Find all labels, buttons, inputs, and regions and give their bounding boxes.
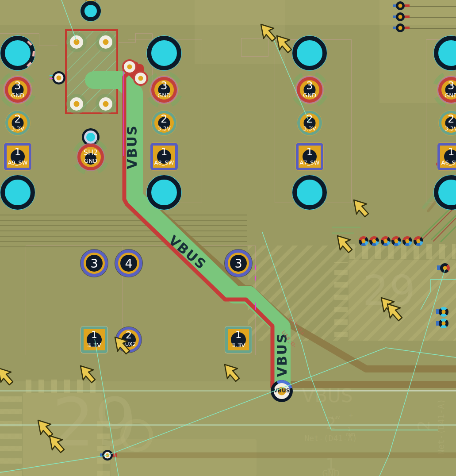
marker-arrow[interactable] (50, 436, 64, 453)
drc-marker-arrows[interactable] (0, 24, 402, 453)
marker-arrow[interactable] (354, 200, 368, 217)
marker-arrow[interactable] (225, 365, 239, 381)
pcb-canvas: 29 29 VBUS 2 Net-(D41-A) 1 GND 2 Net-(D4… (0, 0, 456, 476)
marker-arrow[interactable] (80, 366, 95, 383)
marker-arrow[interactable] (115, 337, 130, 354)
marker-arrow[interactable] (38, 420, 53, 437)
marker-arrow[interactable] (261, 24, 276, 41)
marker-arrow[interactable] (277, 36, 291, 53)
ratsnest-lines (0, 0, 456, 476)
marker-arrow[interactable] (387, 304, 402, 321)
marker-arrow[interactable] (0, 368, 13, 385)
marker-arrow[interactable] (337, 236, 352, 253)
ratsnest-and-markers (0, 0, 456, 476)
